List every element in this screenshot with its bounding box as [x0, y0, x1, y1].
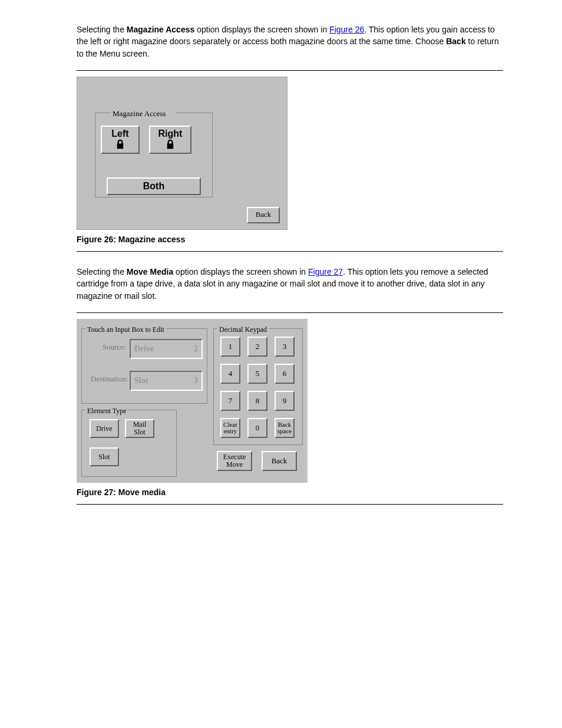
- t: mail slot.: [124, 291, 157, 301]
- keypad-6-button[interactable]: 6: [275, 364, 295, 384]
- input-box-group-label: Touch an Input Box to Edit: [85, 325, 166, 335]
- t: .: [364, 25, 369, 34]
- left-magazine-button[interactable]: Left: [101, 126, 140, 154]
- t: option displays the screen shown in: [194, 25, 329, 34]
- destination-label: Destination:: [91, 374, 128, 385]
- keypad-8-button[interactable]: 8: [247, 391, 267, 411]
- t: . This: [343, 267, 365, 276]
- figure-26-divider-bottom: [77, 251, 503, 252]
- t: Magazine Access: [127, 25, 194, 34]
- keypad-7-button[interactable]: 7: [220, 391, 240, 411]
- figure-27-label: Figure 27: Move media: [77, 486, 503, 498]
- keypad-4-button[interactable]: 4: [220, 364, 240, 384]
- left-label: Left: [111, 129, 128, 139]
- keypad-2-button[interactable]: 2: [247, 337, 267, 357]
- t: option displays the screen shown in: [173, 267, 308, 276]
- magazine-access-panel: Magazine Access Left Right Both Back: [77, 77, 287, 230]
- back-button[interactable]: Back: [247, 207, 280, 223]
- figure-26-divider-top: [77, 70, 503, 71]
- figure-26-link[interactable]: Figure 26: [329, 25, 364, 34]
- move-media-panel: Touch an Input Box to Edit Source: Desti…: [77, 319, 308, 483]
- source-label: Source:: [103, 342, 126, 353]
- keypad-9-button[interactable]: 9: [275, 391, 295, 411]
- source-input[interactable]: Drive 2: [130, 339, 203, 359]
- destination-input[interactable]: Slot 3: [130, 371, 203, 391]
- keypad-clear-button[interactable]: Clear entry: [220, 418, 240, 438]
- intro-paragraph-1: Selecting the Magazine Access option dis…: [77, 24, 503, 60]
- figure-27-divider-top: [77, 312, 503, 313]
- intro-paragraph-2: Selecting the Move Media option displays…: [77, 266, 503, 302]
- t: Selecting the: [77, 25, 127, 34]
- decimal-keypad-label: Decimal Keypad: [217, 325, 269, 335]
- lock-icon: [164, 139, 176, 150]
- keypad-1-button[interactable]: 1: [220, 337, 240, 357]
- magazine-access-title: Magazine Access: [111, 108, 167, 120]
- element-mailslot-button[interactable]: Mail Slot: [125, 419, 154, 438]
- t: access both magazine doors at the same t…: [243, 37, 447, 46]
- keypad-0-button[interactable]: 0: [247, 418, 267, 438]
- both-magazines-button[interactable]: Both: [107, 177, 201, 195]
- figure-27-divider-bottom: [77, 504, 503, 505]
- figure-26-label: Figure 26: Magazine access: [77, 233, 503, 245]
- destination-value: 3: [194, 375, 198, 387]
- t: Selecting the: [77, 267, 127, 276]
- element-drive-button[interactable]: Drive: [90, 419, 119, 438]
- source-type: Drive: [134, 343, 154, 355]
- element-slot-button[interactable]: Slot: [90, 447, 119, 466]
- right-magazine-button[interactable]: Right: [149, 126, 191, 154]
- execute-move-button[interactable]: Execute Move: [217, 451, 252, 471]
- t: Menu screen.: [100, 49, 150, 58]
- t: Move Media: [127, 267, 173, 276]
- t: Back: [446, 37, 465, 46]
- keypad-5-button[interactable]: 5: [247, 364, 267, 384]
- lock-icon: [114, 139, 126, 150]
- right-label: Right: [158, 129, 183, 139]
- element-type-group-label: Element Type: [85, 406, 128, 416]
- figure-27-link[interactable]: Figure 27: [308, 267, 343, 276]
- keypad-backspace-button[interactable]: Back space: [275, 418, 295, 438]
- source-value: 2: [194, 343, 198, 355]
- back-button[interactable]: Back: [262, 451, 297, 471]
- keypad-3-button[interactable]: 3: [275, 337, 295, 357]
- destination-type: Slot: [134, 375, 148, 387]
